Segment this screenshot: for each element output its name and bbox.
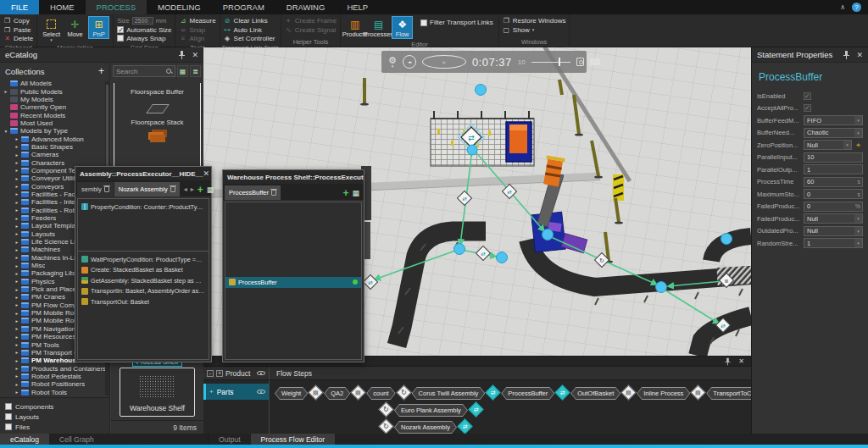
flow-connector-icon[interactable]: ↻ <box>396 384 411 400</box>
grid-size-input[interactable]: 2500 <box>132 17 153 25</box>
reset-simulation-button[interactable]: ◂◂ <box>403 55 416 69</box>
flow-connector-icon[interactable]: ▤ <box>691 384 706 400</box>
property-field[interactable]: 0 % ▾ <box>804 202 863 212</box>
collapse-all-button[interactable]: - <box>207 370 214 377</box>
processes-button[interactable]: ▤Processes <box>368 16 389 39</box>
expander-icon[interactable]: ▸ <box>14 160 20 165</box>
expander-icon[interactable]: ▸ <box>14 295 20 300</box>
flow-connector-icon[interactable]: ▤ <box>309 384 324 400</box>
create-signal-button[interactable]: ∿Create Signal <box>285 25 337 33</box>
products-button[interactable]: ▥Products <box>344 16 365 39</box>
paste-button[interactable]: ❒Paste <box>3 25 33 33</box>
grid-view-button[interactable]: ▦ <box>177 65 188 77</box>
move-button[interactable]: ✛Move <box>64 16 86 39</box>
flow-step[interactable]: Corus Twill Assembly <box>412 387 486 400</box>
flow-step[interactable]: count <box>366 387 395 400</box>
expander-icon[interactable]: ▸ <box>14 373 20 379</box>
pin-icon[interactable] <box>843 51 849 59</box>
tree-item[interactable]: My Models <box>3 96 109 103</box>
routine-tab[interactable]: ProcessBuffer <box>225 185 281 200</box>
expander-icon[interactable]: ▸ <box>14 342 20 347</box>
expander-icon[interactable]: ▸ <box>14 207 20 213</box>
expander-icon[interactable]: ▸ <box>14 326 20 331</box>
flow-step[interactable]: OutOfBasket <box>570 387 620 400</box>
clear-links-button[interactable]: ⊘Clear Links <box>224 17 275 25</box>
flow-connector-icon[interactable]: ⇄ <box>555 384 570 400</box>
close-icon[interactable]: ✕ <box>738 357 744 365</box>
panel-tab[interactable]: Output <box>209 434 251 445</box>
ribbon-tab[interactable]: MODELING <box>147 0 212 14</box>
property-checkbox[interactable] <box>804 104 811 112</box>
expander-icon[interactable]: ▸ <box>14 390 20 395</box>
expander-icon[interactable]: ▸ <box>14 176 20 181</box>
expander-icon[interactable]: ▸ <box>14 240 20 245</box>
filter-checkbox[interactable]: Components <box>5 401 104 412</box>
slider-handle[interactable] <box>559 58 560 66</box>
grid-view-icon[interactable]: ▦ <box>207 185 214 194</box>
expander-icon[interactable]: ▸ <box>3 89 9 94</box>
visibility-icon[interactable] <box>257 388 265 395</box>
sort-view-button[interactable]: ≣ <box>190 65 201 77</box>
flow-step[interactable]: Nozark Assembly <box>394 421 457 434</box>
statement-row[interactable]: TransportIn: Basket, AssemblyOrder as No… <box>78 286 209 297</box>
basket-with-product[interactable] <box>506 122 531 162</box>
search-input[interactable] <box>116 68 166 75</box>
dropdown-icon[interactable]: ▾ <box>843 141 851 149</box>
ribbon-tab[interactable]: HOME <box>39 0 86 14</box>
statement-row[interactable]: WaitPropertyCondition: ProductType == "N… <box>78 254 209 265</box>
tree-item[interactable]: ▾ Models by Type <box>3 127 109 135</box>
property-field[interactable]: FIFO ▾ <box>804 115 863 125</box>
delete-button[interactable]: ✕Delete <box>3 35 33 42</box>
visibility-icon[interactable] <box>257 369 265 377</box>
expander-icon[interactable]: ▸ <box>14 216 20 221</box>
create-frame-button[interactable]: ⌖Create Frame <box>285 17 337 25</box>
tree-item[interactable]: All Models <box>3 80 109 87</box>
dropdown-icon[interactable]: ▾ <box>854 116 862 124</box>
property-field[interactable]: Null ▾ <box>804 140 852 150</box>
add-collection-button[interactable]: + <box>98 65 104 77</box>
routine-tab[interactable]: sembly <box>77 182 114 196</box>
flow-connector-icon[interactable]: ▤ <box>621 384 637 400</box>
flow-step[interactable]: ProcessBuffer <box>501 387 554 400</box>
align-button[interactable]: ≡Align <box>179 35 215 42</box>
tree-item[interactable]: ▸ Robot Tools <box>3 388 109 395</box>
flow-connector-icon[interactable]: ▤ <box>351 384 366 400</box>
expander-icon[interactable]: ▸ <box>14 231 20 236</box>
automatic-size-checkbox[interactable]: Automatic Size <box>117 25 171 33</box>
pnp-button[interactable]: ⊞PnP <box>88 16 109 39</box>
dropdown-icon[interactable]: ▾ <box>854 214 862 223</box>
delete-routine-icon[interactable] <box>271 190 276 196</box>
expander-icon[interactable]: ▸ <box>14 358 20 363</box>
flow-step[interactable]: Euro Plank Assembly <box>394 404 468 417</box>
delete-routine-icon[interactable] <box>104 186 109 192</box>
expand-all-button[interactable]: + <box>216 370 223 377</box>
dropdown-icon[interactable]: ▾ <box>854 129 862 137</box>
routine-tab[interactable]: Nozark Assembly <box>114 182 180 196</box>
measure-button[interactable]: ⊿Measure <box>179 17 215 25</box>
product-dots[interactable] <box>454 85 732 293</box>
panel-tab[interactable]: Process Flow Editor <box>251 434 336 445</box>
select-button[interactable]: Select▾ <box>41 16 62 42</box>
panel-tab[interactable]: Cell Graph <box>49 434 104 445</box>
filter-checkbox[interactable]: Layouts <box>5 412 104 422</box>
property-field[interactable]: Null ▾ <box>804 226 863 236</box>
flow-connector-icon[interactable]: ⇄ <box>468 401 483 417</box>
property-field[interactable]: 1 ▾ <box>804 164 863 174</box>
expander-icon[interactable]: ▸ <box>14 168 20 173</box>
search-field[interactable] <box>113 65 175 77</box>
expander-icon[interactable]: ▸ <box>14 287 20 292</box>
grid-view-icon[interactable]: ▦ <box>352 189 359 197</box>
flow-button[interactable]: ❖Flow <box>392 16 413 39</box>
ribbon-tab[interactable]: HELP <box>336 0 379 14</box>
add-routine-button[interactable]: + <box>198 184 203 196</box>
ribbon-tab[interactable]: DRAWING <box>275 0 337 14</box>
auto-link-button[interactable]: ⊶Auto Link <box>224 25 275 33</box>
help-icon[interactable]: ? <box>852 3 861 12</box>
tree-item[interactable]: ▸ Basic Shapes <box>3 143 109 151</box>
record-icon[interactable] <box>590 58 600 65</box>
flow-step[interactable]: Weight <box>275 387 308 400</box>
next-tab-icon[interactable]: ▸ <box>191 185 194 193</box>
expander-icon[interactable]: ▸ <box>14 144 20 149</box>
ribbon-tab[interactable]: FILE <box>0 0 39 14</box>
property-field[interactable]: Null ▾ <box>804 213 863 224</box>
